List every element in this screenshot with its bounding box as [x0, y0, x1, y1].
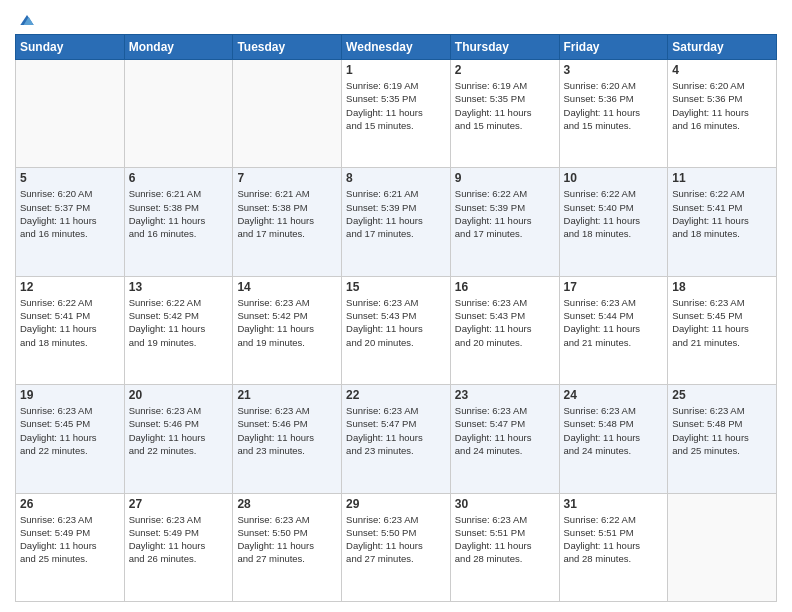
day-info: Sunrise: 6:23 AM Sunset: 5:44 PM Dayligh…	[564, 296, 664, 349]
calendar-cell: 17Sunrise: 6:23 AM Sunset: 5:44 PM Dayli…	[559, 276, 668, 384]
weekday-header: Friday	[559, 35, 668, 60]
day-info: Sunrise: 6:22 AM Sunset: 5:41 PM Dayligh…	[672, 187, 772, 240]
day-info: Sunrise: 6:19 AM Sunset: 5:35 PM Dayligh…	[455, 79, 555, 132]
calendar-cell: 29Sunrise: 6:23 AM Sunset: 5:50 PM Dayli…	[342, 493, 451, 601]
calendar-cell: 23Sunrise: 6:23 AM Sunset: 5:47 PM Dayli…	[450, 385, 559, 493]
day-info: Sunrise: 6:23 AM Sunset: 5:43 PM Dayligh…	[455, 296, 555, 349]
calendar-week-row: 19Sunrise: 6:23 AM Sunset: 5:45 PM Dayli…	[16, 385, 777, 493]
day-info: Sunrise: 6:22 AM Sunset: 5:40 PM Dayligh…	[564, 187, 664, 240]
calendar-cell: 13Sunrise: 6:22 AM Sunset: 5:42 PM Dayli…	[124, 276, 233, 384]
day-number: 9	[455, 171, 555, 185]
day-number: 28	[237, 497, 337, 511]
day-number: 20	[129, 388, 229, 402]
weekday-header: Wednesday	[342, 35, 451, 60]
day-number: 25	[672, 388, 772, 402]
calendar-header-row: SundayMondayTuesdayWednesdayThursdayFrid…	[16, 35, 777, 60]
day-number: 22	[346, 388, 446, 402]
day-info: Sunrise: 6:22 AM Sunset: 5:51 PM Dayligh…	[564, 513, 664, 566]
calendar-cell: 8Sunrise: 6:21 AM Sunset: 5:39 PM Daylig…	[342, 168, 451, 276]
day-info: Sunrise: 6:23 AM Sunset: 5:43 PM Dayligh…	[346, 296, 446, 349]
day-info: Sunrise: 6:20 AM Sunset: 5:37 PM Dayligh…	[20, 187, 120, 240]
day-number: 29	[346, 497, 446, 511]
day-info: Sunrise: 6:23 AM Sunset: 5:45 PM Dayligh…	[672, 296, 772, 349]
calendar-cell	[233, 60, 342, 168]
calendar-table: SundayMondayTuesdayWednesdayThursdayFrid…	[15, 34, 777, 602]
day-number: 27	[129, 497, 229, 511]
day-number: 11	[672, 171, 772, 185]
day-number: 18	[672, 280, 772, 294]
calendar-cell: 14Sunrise: 6:23 AM Sunset: 5:42 PM Dayli…	[233, 276, 342, 384]
weekday-header: Tuesday	[233, 35, 342, 60]
day-info: Sunrise: 6:21 AM Sunset: 5:38 PM Dayligh…	[129, 187, 229, 240]
day-info: Sunrise: 6:22 AM Sunset: 5:39 PM Dayligh…	[455, 187, 555, 240]
calendar-cell: 7Sunrise: 6:21 AM Sunset: 5:38 PM Daylig…	[233, 168, 342, 276]
day-number: 15	[346, 280, 446, 294]
day-info: Sunrise: 6:20 AM Sunset: 5:36 PM Dayligh…	[672, 79, 772, 132]
day-info: Sunrise: 6:23 AM Sunset: 5:51 PM Dayligh…	[455, 513, 555, 566]
calendar-cell: 31Sunrise: 6:22 AM Sunset: 5:51 PM Dayli…	[559, 493, 668, 601]
calendar-week-row: 26Sunrise: 6:23 AM Sunset: 5:49 PM Dayli…	[16, 493, 777, 601]
calendar-cell: 11Sunrise: 6:22 AM Sunset: 5:41 PM Dayli…	[668, 168, 777, 276]
calendar-cell: 24Sunrise: 6:23 AM Sunset: 5:48 PM Dayli…	[559, 385, 668, 493]
calendar-cell: 15Sunrise: 6:23 AM Sunset: 5:43 PM Dayli…	[342, 276, 451, 384]
day-info: Sunrise: 6:22 AM Sunset: 5:42 PM Dayligh…	[129, 296, 229, 349]
weekday-header: Sunday	[16, 35, 125, 60]
day-number: 7	[237, 171, 337, 185]
day-info: Sunrise: 6:23 AM Sunset: 5:47 PM Dayligh…	[346, 404, 446, 457]
day-info: Sunrise: 6:19 AM Sunset: 5:35 PM Dayligh…	[346, 79, 446, 132]
weekday-header: Saturday	[668, 35, 777, 60]
day-number: 2	[455, 63, 555, 77]
logo	[15, 10, 37, 26]
day-info: Sunrise: 6:23 AM Sunset: 5:42 PM Dayligh…	[237, 296, 337, 349]
calendar-week-row: 1Sunrise: 6:19 AM Sunset: 5:35 PM Daylig…	[16, 60, 777, 168]
calendar-cell: 5Sunrise: 6:20 AM Sunset: 5:37 PM Daylig…	[16, 168, 125, 276]
day-number: 31	[564, 497, 664, 511]
day-info: Sunrise: 6:23 AM Sunset: 5:49 PM Dayligh…	[20, 513, 120, 566]
day-number: 4	[672, 63, 772, 77]
day-info: Sunrise: 6:21 AM Sunset: 5:38 PM Dayligh…	[237, 187, 337, 240]
day-number: 30	[455, 497, 555, 511]
day-info: Sunrise: 6:21 AM Sunset: 5:39 PM Dayligh…	[346, 187, 446, 240]
day-number: 16	[455, 280, 555, 294]
day-info: Sunrise: 6:23 AM Sunset: 5:46 PM Dayligh…	[237, 404, 337, 457]
calendar-cell: 25Sunrise: 6:23 AM Sunset: 5:48 PM Dayli…	[668, 385, 777, 493]
day-number: 12	[20, 280, 120, 294]
day-number: 6	[129, 171, 229, 185]
day-info: Sunrise: 6:23 AM Sunset: 5:46 PM Dayligh…	[129, 404, 229, 457]
calendar-week-row: 5Sunrise: 6:20 AM Sunset: 5:37 PM Daylig…	[16, 168, 777, 276]
weekday-header: Monday	[124, 35, 233, 60]
day-number: 26	[20, 497, 120, 511]
day-number: 17	[564, 280, 664, 294]
day-number: 1	[346, 63, 446, 77]
page: SundayMondayTuesdayWednesdayThursdayFrid…	[0, 0, 792, 612]
calendar-cell: 2Sunrise: 6:19 AM Sunset: 5:35 PM Daylig…	[450, 60, 559, 168]
calendar-cell: 21Sunrise: 6:23 AM Sunset: 5:46 PM Dayli…	[233, 385, 342, 493]
day-info: Sunrise: 6:23 AM Sunset: 5:45 PM Dayligh…	[20, 404, 120, 457]
header	[15, 10, 777, 26]
day-info: Sunrise: 6:23 AM Sunset: 5:50 PM Dayligh…	[346, 513, 446, 566]
day-number: 19	[20, 388, 120, 402]
calendar-cell: 20Sunrise: 6:23 AM Sunset: 5:46 PM Dayli…	[124, 385, 233, 493]
day-info: Sunrise: 6:20 AM Sunset: 5:36 PM Dayligh…	[564, 79, 664, 132]
day-info: Sunrise: 6:23 AM Sunset: 5:48 PM Dayligh…	[564, 404, 664, 457]
day-info: Sunrise: 6:23 AM Sunset: 5:50 PM Dayligh…	[237, 513, 337, 566]
day-number: 13	[129, 280, 229, 294]
calendar-cell: 27Sunrise: 6:23 AM Sunset: 5:49 PM Dayli…	[124, 493, 233, 601]
calendar-cell: 19Sunrise: 6:23 AM Sunset: 5:45 PM Dayli…	[16, 385, 125, 493]
calendar-cell	[668, 493, 777, 601]
logo-icon	[17, 10, 37, 30]
calendar-cell: 10Sunrise: 6:22 AM Sunset: 5:40 PM Dayli…	[559, 168, 668, 276]
weekday-header: Thursday	[450, 35, 559, 60]
day-number: 24	[564, 388, 664, 402]
calendar-cell: 22Sunrise: 6:23 AM Sunset: 5:47 PM Dayli…	[342, 385, 451, 493]
day-number: 10	[564, 171, 664, 185]
calendar-cell: 6Sunrise: 6:21 AM Sunset: 5:38 PM Daylig…	[124, 168, 233, 276]
calendar-week-row: 12Sunrise: 6:22 AM Sunset: 5:41 PM Dayli…	[16, 276, 777, 384]
day-number: 21	[237, 388, 337, 402]
calendar-cell: 3Sunrise: 6:20 AM Sunset: 5:36 PM Daylig…	[559, 60, 668, 168]
day-number: 23	[455, 388, 555, 402]
calendar-cell: 30Sunrise: 6:23 AM Sunset: 5:51 PM Dayli…	[450, 493, 559, 601]
calendar-cell: 4Sunrise: 6:20 AM Sunset: 5:36 PM Daylig…	[668, 60, 777, 168]
day-number: 14	[237, 280, 337, 294]
day-number: 8	[346, 171, 446, 185]
